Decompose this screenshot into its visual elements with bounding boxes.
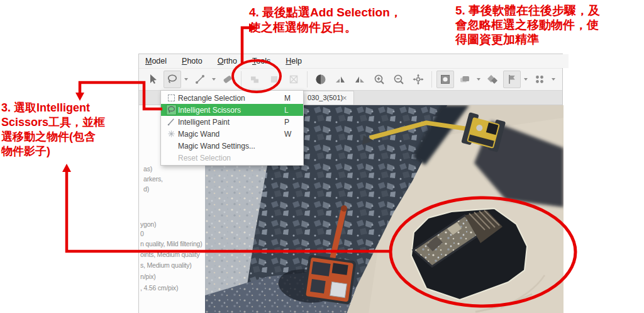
select-arrow-icon bbox=[147, 73, 159, 86]
photos-button[interactable] bbox=[484, 71, 501, 88]
subtract-selection-icon bbox=[268, 73, 280, 86]
contrast-button[interactable] bbox=[312, 71, 330, 88]
layers-icon bbox=[458, 73, 471, 86]
rotate-cw-button[interactable] bbox=[331, 71, 349, 88]
selection-dropdown-menu: Rectangle Selection M Intelligent Scisso… bbox=[160, 90, 304, 166]
lasso-icon bbox=[167, 105, 176, 115]
tree-item-fragment[interactable]: oints, Medium quality bbox=[140, 251, 199, 258]
arrowhead-up-icon bbox=[62, 164, 71, 172]
mask-icon bbox=[439, 73, 452, 86]
invert-selection-icon bbox=[287, 73, 300, 86]
tree-item-fragment[interactable]: , 4.56 cm/pix) bbox=[140, 284, 178, 292]
chevron-down-icon[interactable] bbox=[477, 78, 480, 81]
paint-icon bbox=[167, 117, 176, 127]
menu-item-intelligent-paint[interactable]: Intelligent Paint P bbox=[161, 116, 303, 128]
menu-model[interactable]: Model bbox=[145, 57, 167, 65]
points-button[interactable] bbox=[531, 71, 548, 88]
menu-item-intelligent-scissors[interactable]: Intelligent Scissors L bbox=[161, 104, 303, 116]
pan-icon bbox=[412, 73, 425, 86]
chevron-down-icon[interactable] bbox=[212, 78, 216, 81]
lasso-selection-button[interactable] bbox=[164, 71, 181, 88]
invert-selection-button[interactable] bbox=[285, 71, 303, 88]
contrast-icon bbox=[314, 73, 327, 86]
magic-wand-icon bbox=[167, 129, 176, 139]
tree-item-fragment[interactable]: as) bbox=[143, 165, 152, 173]
tree-item-fragment[interactable]: ygon) bbox=[140, 220, 156, 228]
zoom-in-icon bbox=[373, 73, 386, 86]
points-icon bbox=[533, 73, 546, 86]
menu-item-rectangle-selection[interactable]: Rectangle Selection M bbox=[161, 92, 303, 104]
ruler-icon bbox=[194, 73, 206, 86]
zoom-out-icon bbox=[392, 73, 405, 86]
tree-item-fragment[interactable]: 0 bbox=[140, 230, 144, 237]
tree-item-fragment[interactable]: s, Medium quality) bbox=[140, 261, 192, 269]
layers-button[interactable] bbox=[456, 71, 474, 88]
mask-button[interactable] bbox=[436, 71, 454, 88]
photos-icon bbox=[486, 73, 499, 86]
menu-item-reset-selection[interactable]: Reset Selection bbox=[161, 152, 303, 164]
menu-item-magic-wand-settings[interactable]: Magic Wand Settings... bbox=[161, 140, 303, 152]
menu-item-magic-wand[interactable]: Magic Wand W bbox=[161, 128, 303, 140]
rotate-cw-icon bbox=[334, 73, 347, 86]
select-arrow-button[interactable] bbox=[144, 71, 162, 88]
tab-close-icon[interactable]: × bbox=[342, 93, 347, 103]
toolbar-separator bbox=[241, 71, 242, 88]
annotation-note-5: 5. 事後軟體在往後步驟，及 會忽略框選之移動物件，使 得圖資更加精準 bbox=[455, 3, 600, 47]
chevron-down-icon[interactable] bbox=[184, 78, 188, 81]
tree-item-fragment[interactable]: n quality, Mild filtering) bbox=[140, 240, 202, 248]
eraser-icon bbox=[221, 73, 234, 86]
tree-item-fragment[interactable]: n/pix) bbox=[140, 273, 155, 280]
arrowhead-down-icon bbox=[75, 93, 84, 101]
menu-bar: Model Photo Ortho Tools Help bbox=[139, 54, 569, 68]
screenshot-canvas: Model Photo Ortho Tools Help bbox=[0, 0, 644, 313]
menu-help[interactable]: Help bbox=[286, 57, 302, 65]
add-selection-button[interactable] bbox=[246, 71, 264, 88]
toolbar-separator bbox=[307, 71, 308, 88]
tree-item-fragment[interactable]: arkers, bbox=[143, 175, 163, 183]
zoom-in-button[interactable] bbox=[370, 71, 388, 88]
lasso-selection-icon bbox=[166, 73, 179, 86]
pan-button[interactable] bbox=[409, 71, 427, 88]
ruler-button[interactable] bbox=[191, 71, 209, 88]
flag-icon bbox=[506, 73, 518, 86]
subtract-selection-button[interactable] bbox=[265, 71, 283, 88]
chevron-down-icon[interactable] bbox=[524, 78, 528, 81]
tree-item-fragment[interactable]: d) bbox=[143, 185, 149, 193]
menu-ortho[interactable]: Ortho bbox=[218, 57, 237, 65]
rectangle-selection-icon bbox=[168, 94, 175, 101]
add-selection-icon bbox=[248, 73, 261, 86]
menu-photo[interactable]: Photo bbox=[182, 57, 203, 65]
document-tab-label: 030_3(501) bbox=[308, 94, 343, 101]
eraser-button[interactable] bbox=[219, 71, 236, 88]
flag-button[interactable] bbox=[503, 71, 521, 88]
toolbar bbox=[139, 68, 562, 91]
menu-tools[interactable]: Tools bbox=[252, 57, 270, 65]
rotate-ccw-icon bbox=[353, 73, 366, 86]
toolbar-separator bbox=[431, 71, 432, 88]
annotation-note-4: 4. 最後點選Add Selection， 使之框選物件反白。 bbox=[249, 5, 402, 35]
annotation-note-3: 3. 選取Intelligent Scissors工具，並框 選移動之物件(包含… bbox=[1, 101, 105, 159]
chevron-down-icon[interactable] bbox=[552, 78, 555, 81]
rotate-ccw-button[interactable] bbox=[351, 71, 369, 88]
zoom-out-button[interactable] bbox=[390, 71, 408, 88]
